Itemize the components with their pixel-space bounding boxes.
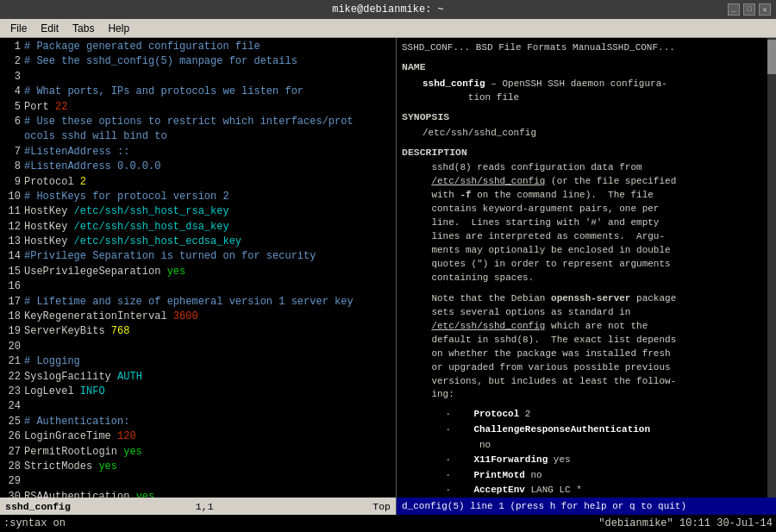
line-content: # Lifetime and size of ephemeral version…: [24, 295, 396, 310]
line-number: 10: [0, 190, 24, 204]
man-bullets: · Protocol 2 · ChallengeResponseAuthenti…: [422, 407, 771, 498]
editor-line-7: 7#ListenAddress ::: [0, 145, 396, 160]
bullet-3: · X11Forwarding yes: [422, 453, 771, 468]
editor-line-6: 6# Use these options to restrict which i…: [0, 115, 396, 145]
editor-line-25: 25# Authentication:: [0, 415, 396, 429]
line-content: RSAAuthentication yes: [24, 490, 396, 498]
line-content: #ListenAddress ::: [24, 145, 396, 160]
close-button[interactable]: ✕: [759, 3, 771, 16]
line-number: 4: [0, 84, 24, 99]
line-number: 9: [0, 175, 24, 190]
scrollbar[interactable]: [767, 38, 776, 498]
line-content: # Use these options to restrict which in…: [24, 115, 396, 145]
editor-line-17: 17# Lifetime and size of ephemeral versi…: [0, 295, 396, 310]
line-number: 27: [0, 445, 24, 460]
line-number: 16: [0, 279, 24, 294]
line-number: 21: [0, 354, 24, 369]
line-content: # Authentication:: [24, 415, 396, 429]
man-status-text: d_config(5) line 1 (press h for help or …: [402, 501, 686, 511]
editor-line-20: 20: [0, 340, 396, 354]
editor-line-29: 29: [0, 474, 396, 489]
editor-line-28: 28StrictModes yes: [0, 460, 396, 474]
line-content: LoginGraceTime 120: [24, 429, 396, 444]
vim-status-space: [71, 501, 196, 512]
menu-file[interactable]: File: [3, 21, 34, 36]
editor-line-4: 4# What ports, IPs and protocols we list…: [0, 84, 396, 99]
line-number: 1: [0, 40, 24, 54]
line-number: 5: [0, 100, 24, 115]
editor-line-18: 18KeyRegenerationInterval 3600: [0, 310, 396, 324]
line-number: 8: [0, 160, 24, 174]
bullet-4: · PrintMotd no: [422, 468, 771, 484]
line-number: 7: [0, 145, 24, 160]
editor-line-21: 21# Logging: [0, 354, 396, 369]
line-number: 19: [0, 324, 24, 339]
line-content: # Logging: [24, 354, 396, 369]
line-number: 17: [0, 295, 24, 310]
line-content: # What ports, IPs and protocols we liste…: [24, 84, 396, 99]
editor-line-5: 5Port 22: [0, 100, 396, 115]
editor-line-23: 23LogLevel INFO: [0, 385, 396, 399]
line-number: 18: [0, 310, 24, 324]
editor-line-26: 26LoginGraceTime 120: [0, 429, 396, 444]
editor-line-8: 8#ListenAddress 0.0.0.0: [0, 160, 396, 174]
line-number: 29: [0, 474, 24, 489]
menu-bar: File Edit Tabs Help: [0, 19, 776, 38]
line-number: 30: [0, 490, 24, 498]
man-cmd-name: sshd_config: [422, 78, 485, 89]
editor-line-12: 12HostKey /etc/ssh/ssh_host_dsa_key: [0, 220, 396, 235]
line-content: Port 22: [24, 100, 396, 115]
vim-status-bar: sshd_config 1,1 Top: [0, 498, 397, 515]
editor-line-30: 30RSAAuthentication yes: [0, 490, 396, 498]
line-number: 13: [0, 235, 24, 249]
menu-help[interactable]: Help: [101, 21, 136, 36]
window-title: mike@debianmike: ~: [332, 3, 444, 16]
editor-line-14: 14#Privilege Separation is turned on for…: [0, 249, 396, 264]
man-name-section: NAME: [402, 60, 771, 75]
scrollbar-thumb[interactable]: [767, 40, 776, 74]
line-content: PermitRootLogin yes: [24, 445, 396, 460]
man-synopsis-path: /etc/ssh/sshd_config: [422, 126, 771, 141]
vim-filename: sshd_config: [5, 501, 71, 512]
maximize-button[interactable]: □: [743, 3, 755, 16]
window-controls[interactable]: _ □ ✕: [728, 3, 771, 16]
editor-line-1: 1# Package generated configuration file: [0, 40, 396, 54]
cmd-right: "debianmike" 10:11 30-Jul-14: [598, 517, 773, 529]
main-content: 1# Package generated configuration file2…: [0, 38, 776, 498]
cmd-bar: :syntax on "debianmike" 10:11 30-Jul-14: [0, 515, 776, 532]
vim-editor[interactable]: 1# Package generated configuration file2…: [0, 38, 397, 498]
bullet-5: · AcceptEnv LANG LC *: [422, 483, 771, 498]
line-content: #ListenAddress 0.0.0.0: [24, 160, 396, 174]
line-number: 15: [0, 265, 24, 279]
line-content: StrictModes yes: [24, 460, 396, 474]
editor-line-10: 10# HostKeys for protocol version 2: [0, 190, 396, 204]
line-number: 2: [0, 54, 24, 69]
line-content: #Privilege Separation is turned on for s…: [24, 249, 396, 264]
line-content: # See the sshd_config(5) manpage for det…: [24, 54, 396, 69]
line-content: LogLevel INFO: [24, 385, 396, 399]
line-number: 11: [0, 204, 24, 219]
line-number: 23: [0, 385, 24, 399]
editor-line-27: 27PermitRootLogin yes: [0, 445, 396, 460]
man-name-body: sshd_config – OpenSSH SSH daemon configu…: [422, 77, 771, 105]
man-description-section: DESCRIPTION: [402, 146, 771, 160]
menu-edit[interactable]: Edit: [34, 21, 66, 36]
man-header: SSHD_CONF... BSD File Formats ManualSSHD…: [402, 41, 771, 55]
editor-line-9: 9Protocol 2: [0, 175, 396, 190]
editor-line-19: 19ServerKeyBits 768: [0, 324, 396, 339]
man-page-pane[interactable]: SSHD_CONF... BSD File Formats ManualSSHD…: [397, 38, 776, 498]
line-number: 22: [0, 370, 24, 385]
editor-line-15: 15UsePrivilegeSeparation yes: [0, 265, 396, 279]
title-bar: mike@debianmike: ~ _ □ ✕: [0, 0, 776, 19]
line-number: 25: [0, 415, 24, 429]
line-content: [24, 474, 396, 489]
editor-line-3: 3: [0, 70, 396, 84]
line-number: 14: [0, 249, 24, 264]
line-content: [24, 70, 396, 84]
vim-state: Top: [372, 501, 391, 512]
man-page-content: SSHD_CONF... BSD File Formats ManualSSHD…: [397, 38, 776, 498]
line-content: KeyRegenerationInterval 3600: [24, 310, 396, 324]
minimize-button[interactable]: _: [728, 3, 740, 16]
menu-tabs[interactable]: Tabs: [66, 21, 101, 36]
line-content: ServerKeyBits 768: [24, 324, 396, 339]
